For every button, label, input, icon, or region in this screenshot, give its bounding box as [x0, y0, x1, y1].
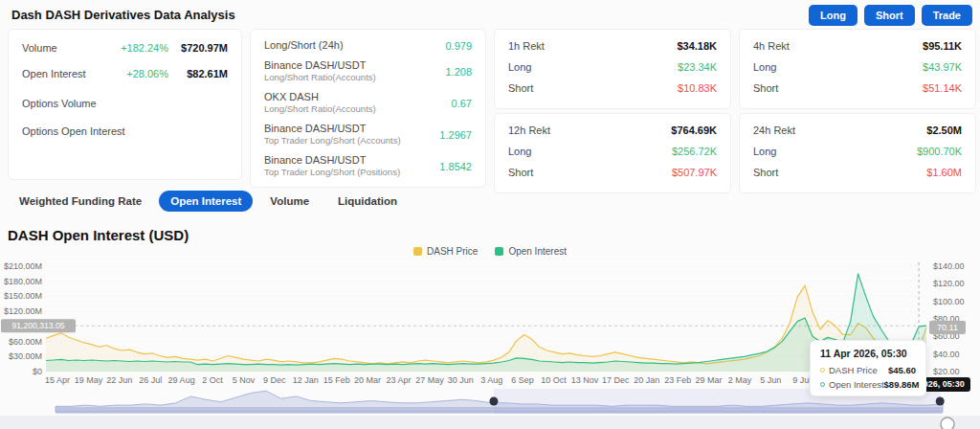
ratio-title: Binance DASH/USDT [264, 123, 401, 135]
left-axis-tick: $60.00M [9, 337, 42, 347]
x-axis-tick: 26 Jul [139, 375, 162, 385]
short-button[interactable]: Short [864, 5, 915, 26]
tab-volume[interactable]: Volume [258, 191, 321, 212]
rekt-total: $764.69K [671, 124, 717, 136]
x-axis-tick: 9 Jul [792, 375, 811, 385]
left-axis-tick: $0 [33, 367, 42, 376]
bottom-strip [0, 416, 980, 429]
trade-button[interactable]: Trade [922, 5, 972, 26]
stat-row-options-open-interest: Options Open Interest [22, 125, 228, 137]
long-button[interactable]: Long [809, 5, 858, 26]
ratio-subtitle: Long/Short Ratio(Accounts) [264, 72, 376, 83]
rekt-title: 12h Rekt [508, 124, 550, 136]
rekt-short-label: Short [753, 167, 778, 178]
x-axis-tick: 17 Dec [602, 375, 630, 385]
ratio-title: Binance DASH/USDT [264, 59, 376, 72]
ratio-subtitle: Long/Short Ratio(Accounts) [264, 103, 376, 115]
x-axis-tick: 23 Feb [664, 375, 691, 385]
stat-row-open-interest: Open Interest +28.06% $82.61M [22, 68, 228, 79]
rekt-card-4h: 4h Rekt $95.11K Long $43.97K Short $51.1… [739, 29, 976, 109]
left-axis-tick: $180.00M [4, 277, 42, 286]
x-axis-tick: 15 Feb [323, 375, 350, 385]
rekt-long-value: $900.70K [917, 146, 962, 157]
tooltip-row-open-interest: Open Interest $89.86M [820, 379, 916, 390]
stat-label: Options Open Interest [22, 125, 125, 137]
volume-stats-card: Volume +182.24% $720.97M Open Interest +… [8, 29, 242, 180]
page-title: Dash DASH Derivatives Data Analysis [11, 8, 235, 22]
chart-title: DASH Open Interest (USD) [8, 227, 189, 243]
rekt-total: $95.11K [923, 40, 962, 52]
legend-swatch-icon [413, 247, 422, 256]
x-axis-tick: 5 Jun [760, 375, 781, 385]
x-axis-tick: 3 Aug [480, 375, 502, 385]
tab-open-interest[interactable]: Open Interest [159, 191, 253, 212]
x-axis-tick: 23 Apr [386, 375, 411, 385]
tab-weighted-funding-rate[interactable]: Weighted Funding Rate [8, 191, 153, 212]
legend-item-dash-price[interactable]: DASH Price [413, 246, 478, 257]
x-axis-tick: 12 Jan [293, 375, 319, 385]
ratio-title: Binance DASH/USDT [264, 154, 400, 167]
navigator-handle-left[interactable] [489, 397, 498, 406]
stat-value: $82.61M [168, 68, 228, 79]
stat-row-volume: Volume +182.24% $720.97M [22, 42, 228, 54]
rekt-long-value: $256.72K [672, 146, 717, 157]
x-axis-tick: 9 Dec [263, 375, 286, 385]
x-axis-tick: 13 Nov [571, 375, 599, 385]
rekt-long-label: Long [508, 146, 531, 157]
navigator-handle-right[interactable] [936, 397, 945, 406]
ratio-row: Binance DASH/USDT Top Trader Long/Short … [264, 154, 472, 178]
legend-label: Open Interest [508, 246, 567, 257]
ratio-subtitle: Top Trader Long/Short (Accounts) [264, 135, 401, 147]
rekt-long-label: Long [753, 61, 776, 73]
rekt-long-value: $23.34K [678, 61, 717, 73]
chart-tabs: Weighted Funding Rate Open Interest Volu… [8, 191, 409, 212]
x-axis-tick: 2 May [728, 375, 752, 385]
ratio-row: Binance DASH/USDT Long/Short Ratio(Accou… [264, 59, 472, 83]
rekt-short-value: $1.60M [926, 167, 962, 178]
tooltip-series-value: $89.86M [884, 379, 920, 390]
rekt-short-value: $51.14K [923, 82, 962, 94]
x-axis-tick: 29 Mar [696, 375, 723, 385]
x-axis-tick: 15 Apr [45, 375, 70, 385]
x-axis-tick: 5 Nov [233, 375, 256, 385]
rekt-long-value: $43.97K [923, 61, 962, 73]
x-axis-tick: 30 Jun [448, 375, 474, 385]
left-axis-tick: $120.00M [4, 306, 42, 316]
price-current-badge-text: 70.11 [937, 323, 958, 332]
rekt-short-label: Short [753, 82, 778, 94]
legend-item-open-interest[interactable]: Open Interest [495, 246, 567, 257]
open-interest-dot-icon [820, 382, 825, 387]
long-short-ratios-card: Long/Short (24h) 0.979 Binance DASH/USDT… [250, 29, 486, 188]
x-axis-tick: 6 Sep [511, 375, 534, 385]
stat-value: $720.97M [168, 42, 228, 54]
x-axis-tick: 20 Jan [634, 375, 659, 385]
rekt-card-12h: 12h Rekt $764.69K Long $256.72K Short $5… [494, 113, 731, 193]
open-interest-chart[interactable]: $210.00M$180.00M$150.00M$120.00M$90.00M$… [0, 242, 980, 429]
ratio-row: OKX DASH Long/Short Ratio(Accounts) 0.67 [264, 91, 472, 115]
rekt-title: 4h Rekt [753, 40, 790, 52]
tooltip-series-name: Open Interest [829, 379, 884, 390]
right-axis-tick: $140.00 [933, 261, 965, 271]
ratio-value: 0.67 [452, 98, 472, 109]
x-axis-tick: 29 Aug [168, 375, 195, 385]
rekt-long-label: Long [753, 146, 776, 157]
ratio-title: Long/Short (24h) [264, 39, 344, 52]
rekt-short-value: $10.83K [678, 82, 717, 94]
x-axis-tick: 19 May [75, 375, 103, 385]
stat-label: Options Volume [22, 98, 97, 109]
ratio-value: 1.208 [445, 66, 472, 78]
right-axis-tick: $40.00 [933, 350, 960, 359]
x-axis-tick: 22 Jun [106, 375, 132, 385]
rekt-title: 1h Rekt [508, 40, 545, 52]
stat-change: +182.24% [109, 42, 168, 54]
chart-legend: DASH PriceOpen Interest [0, 246, 980, 257]
left-axis-tick: $30.00M [9, 351, 42, 361]
tab-liquidation[interactable]: Liquidation [326, 191, 409, 212]
derivatives-dashboard: { "header": { "title": "Dash DASH Deriva… [0, 0, 980, 429]
ratio-subtitle: Top Trader Long/Short (Positions) [264, 167, 400, 178]
rekt-card-1h: 1h Rekt $34.18K Long $23.34K Short $10.8… [494, 29, 731, 109]
ratio-value: 0.979 [445, 40, 472, 52]
rekt-total: $34.18K [677, 40, 717, 52]
price-dot-icon [820, 368, 825, 373]
left-axis-tick: $150.00M [4, 291, 42, 301]
